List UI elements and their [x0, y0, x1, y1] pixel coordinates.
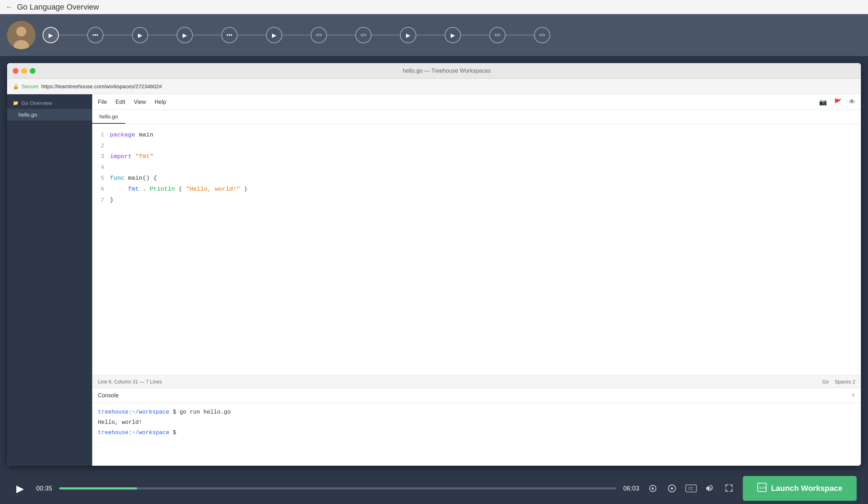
nav-item-4[interactable]: ▶: [177, 27, 221, 43]
console-body[interactable]: treehouse:~/workspace $ go run hello.go …: [92, 403, 861, 442]
svg-point-4: [671, 487, 673, 489]
sidebar: 📁 Go Overview hello.go: [7, 94, 92, 466]
nav-line-10: [461, 35, 489, 35]
console-cmd-1: $ go run hello.go: [173, 409, 230, 415]
code-string: "Hello, world!": [186, 186, 240, 192]
indent-indicator[interactable]: Spaces 2: [835, 379, 855, 385]
nav-item-10[interactable]: ▶: [445, 27, 489, 43]
menu-file[interactable]: File: [98, 99, 107, 105]
sidebar-folder-label: Go Overview: [21, 100, 52, 106]
console-line-2: Hello, world!: [98, 418, 855, 428]
line-num-3: 3: [92, 151, 110, 162]
secure-icon: 🔒: [13, 84, 19, 89]
code-main-func: main() {: [128, 175, 157, 181]
nav-play-2[interactable]: ▶: [132, 27, 148, 43]
code-line-6: 6 fmt . Println ( "Hello, world!" ): [92, 184, 861, 195]
sidebar-folder[interactable]: 📁 Go Overview: [7, 97, 92, 109]
nav-line-3: [148, 35, 177, 35]
code-fmt: fmt: [128, 186, 139, 192]
menu-edit[interactable]: Edit: [116, 99, 126, 105]
console-title: Console: [98, 392, 119, 399]
editor-menubar: File Edit View Help 📷 🚩 👁: [92, 94, 861, 110]
nav-dots-2[interactable]: •••: [221, 27, 238, 43]
menu-view[interactable]: View: [134, 99, 146, 105]
cc-icon[interactable]: CC: [685, 482, 697, 495]
nav-item-7[interactable]: </>: [311, 27, 355, 43]
traffic-light-green[interactable]: [30, 68, 35, 74]
menu-help[interactable]: Help: [155, 99, 166, 105]
nav-play-6[interactable]: ▶: [445, 27, 461, 43]
editor-tabs: hello.go: [92, 110, 861, 124]
nav-code-2[interactable]: </>: [355, 27, 372, 43]
traffic-light-yellow[interactable]: [21, 68, 27, 74]
sidebar-file-label: hello.go: [18, 112, 37, 118]
console-close-button[interactable]: ×: [851, 392, 855, 399]
nav-item-2[interactable]: •••: [87, 27, 132, 43]
nav-play-1[interactable]: ▶: [43, 27, 59, 43]
keyword-package: package: [110, 131, 135, 138]
console-line-3: treehouse:~/workspace $: [98, 428, 855, 438]
progress-bar[interactable]: [59, 487, 616, 489]
language-indicator[interactable]: Go: [822, 379, 829, 385]
line-num-2: 2: [92, 141, 110, 152]
lesson-nav: ▶ ••• ▶ ▶ ••• ▶ </> </>: [0, 14, 868, 56]
nav-item-9[interactable]: ▶: [400, 27, 445, 43]
nav-item-3[interactable]: ▶: [132, 27, 177, 43]
secure-label: Secure: [22, 83, 39, 89]
browser-window-title: hello.go — Treehouse Workspaces: [38, 68, 855, 74]
nav-item-6[interactable]: ▶: [266, 27, 311, 43]
launch-workspace-button[interactable]: </> Launch Workspace: [743, 476, 857, 501]
line-num-6: 6: [92, 184, 110, 195]
line-content-3: import "fmt": [110, 151, 153, 162]
nav-dots-1[interactable]: •••: [87, 27, 104, 43]
fullscreen-icon[interactable]: [723, 482, 736, 495]
folder-icon: 📁: [13, 100, 18, 106]
nav-code-4[interactable]: </>: [534, 27, 550, 43]
nav-line-8: [372, 35, 400, 35]
cursor-position: Line 6, Column 31 — 7 Lines: [98, 379, 162, 385]
launch-icon: </>: [757, 482, 767, 494]
code-area[interactable]: 1 package main 2 3 import: [92, 124, 861, 375]
line-content-1: package main: [110, 130, 153, 141]
editor-main: File Edit View Help 📷 🚩 👁 hello.go: [92, 94, 861, 466]
main-content: hello.go — Treehouse Workspaces 🔒 Secure…: [0, 56, 868, 473]
nav-play-5[interactable]: ▶: [400, 27, 416, 43]
nav-item-8[interactable]: </>: [355, 27, 400, 43]
statusbar-right: Go Spaces 2: [822, 379, 855, 385]
nav-line-9: [416, 35, 445, 35]
volume-icon[interactable]: [704, 482, 717, 495]
camera-icon[interactable]: 📷: [819, 98, 827, 106]
eye-icon[interactable]: 👁: [849, 98, 855, 106]
nav-line-5: [238, 35, 266, 35]
editor-menubar-actions: 📷 🚩 👁: [819, 98, 855, 106]
nav-code-3[interactable]: </>: [489, 27, 506, 43]
line-content-6: fmt . Println ( "Hello, world!" ): [110, 184, 247, 195]
keyword-func: func: [110, 175, 124, 181]
play-button[interactable]: ▶: [11, 480, 29, 497]
nav-line-7: [327, 35, 355, 35]
sidebar-file[interactable]: hello.go: [7, 109, 92, 121]
nav-item-11[interactable]: </>: [489, 27, 534, 43]
nav-play-4[interactable]: ▶: [266, 27, 282, 43]
nav-item-12[interactable]: </>: [534, 27, 550, 43]
nav-line-11: [506, 35, 534, 35]
nav-play-3[interactable]: ▶: [177, 27, 193, 43]
code-close-paren: ): [244, 186, 247, 192]
keyword-import: import: [110, 153, 132, 160]
video-controls: ▶ 00:35 06:03 CC: [0, 473, 868, 504]
nav-item-1[interactable]: ▶: [43, 27, 87, 43]
rewind-icon[interactable]: [646, 482, 659, 495]
total-time: 06:03: [623, 485, 639, 492]
nav-item-5[interactable]: •••: [221, 27, 266, 43]
control-icons: CC: [646, 482, 736, 495]
settings-icon[interactable]: [666, 482, 678, 495]
console-panel: Console × treehouse:~/workspace $ go run…: [92, 388, 861, 466]
browser-window: hello.go — Treehouse Workspaces 🔒 Secure…: [7, 63, 861, 466]
nav-items: ▶ ••• ▶ ▶ ••• ▶ </> </>: [43, 27, 861, 43]
nav-code-1[interactable]: </>: [311, 27, 327, 43]
back-button[interactable]: ←: [6, 3, 13, 11]
url-bar[interactable]: https://teamtreehouse.com/workspaces/272…: [41, 83, 162, 89]
traffic-light-red[interactable]: [13, 68, 18, 74]
editor-tab-hello[interactable]: hello.go: [92, 110, 125, 124]
flag-icon[interactable]: 🚩: [834, 98, 842, 106]
